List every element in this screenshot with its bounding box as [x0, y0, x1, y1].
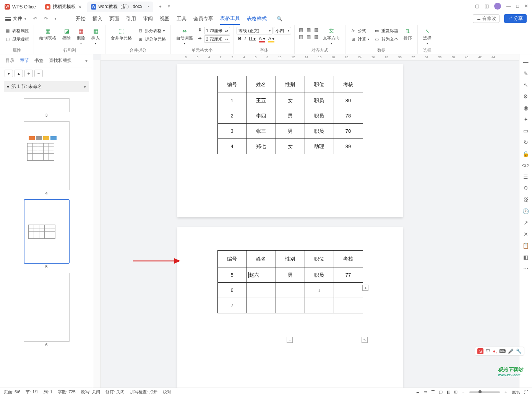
table-cell[interactable]: 王五	[247, 93, 276, 108]
refresh-icon[interactable]: ↻	[524, 139, 528, 145]
merge-cells-button[interactable]: ⬚合并单元格	[109, 27, 134, 42]
col-width-input[interactable]: 2.72厘米▴▾	[204, 35, 230, 43]
dropdown-icon[interactable]: ▾	[85, 58, 88, 64]
eraser-button[interactable]: ◪擦除	[60, 27, 73, 42]
page-5[interactable]: 编号姓名性别职位考核 5赵六男职员77 6I 7 ＋ ＋ ⤡	[177, 227, 403, 388]
ime-punct-icon[interactable]: ●,	[493, 349, 497, 354]
table-cell[interactable]: 6	[217, 283, 247, 298]
autofit-button[interactable]: ⇔自动调整▾	[174, 27, 195, 46]
select-button[interactable]: ↖选择▾	[421, 27, 434, 46]
zoom-slider[interactable]	[469, 391, 500, 393]
table-cell[interactable]: 考核	[334, 76, 363, 93]
tab-sections[interactable]: 章节	[20, 57, 29, 64]
table-cell[interactable]: 职员	[305, 124, 334, 139]
omega-icon[interactable]: Ω	[524, 185, 527, 191]
thumb-page-4[interactable]	[24, 121, 70, 190]
align-tr[interactable]: ▥	[313, 27, 319, 33]
ime-toolbar[interactable]: S 中 ●, ⌨ 🎤 🔧	[475, 347, 524, 355]
cube-icon[interactable]: ◫	[485, 3, 489, 9]
vertical-ruler[interactable]	[93, 60, 101, 388]
collapse-up-button[interactable]: ▴	[15, 70, 23, 77]
status-spell[interactable]: 拼写检查: 打开	[130, 389, 157, 395]
layout-icon[interactable]: ▢	[475, 3, 479, 9]
tab-app[interactable]: W WPS Office	[1, 2, 40, 12]
settings-icon[interactable]: ⚙	[523, 93, 528, 99]
table-cell[interactable]: 男	[276, 124, 305, 139]
undo-button[interactable]: ↶	[33, 16, 37, 21]
menu-start[interactable]: 开始	[76, 15, 86, 22]
cursor-icon[interactable]: ↖	[524, 82, 528, 88]
fullscreen-icon[interactable]: ⛶	[524, 390, 528, 394]
x-icon[interactable]: ✕	[524, 231, 528, 237]
cloud-icon[interactable]: ☁	[415, 389, 420, 394]
zoom-value[interactable]: 80%	[512, 390, 520, 394]
menu-tools[interactable]: 工具	[177, 15, 187, 22]
table-cell[interactable]: 77	[334, 267, 363, 283]
thumb-page-5[interactable]	[24, 199, 70, 264]
font-color-button[interactable]: A ▾	[259, 36, 265, 42]
status-track[interactable]: 改写: 关闭	[81, 389, 100, 395]
table-cell[interactable]: 郑七	[247, 139, 276, 154]
changes-indicator[interactable]: ☁ 有修改	[473, 14, 500, 23]
view-web-icon[interactable]: ▢	[439, 389, 443, 394]
menu-tabletools[interactable]: 表格工具	[220, 15, 240, 25]
minimize-button[interactable]: —	[506, 3, 511, 9]
globe-icon[interactable]: ◉	[524, 105, 528, 111]
table-cell[interactable]: 1	[217, 93, 247, 108]
resize-handle[interactable]: ⤡	[362, 337, 368, 343]
table-cell[interactable]: 女	[276, 139, 305, 154]
layout-icon[interactable]: ◧	[523, 254, 528, 260]
table-cell[interactable]: 男	[276, 108, 305, 124]
table-cell[interactable]: 姓名	[247, 76, 276, 93]
tab-bookmarks[interactable]: 书签	[34, 57, 44, 64]
more-icon[interactable]: ⋯	[523, 266, 529, 272]
menu-tablestyle[interactable]: 表格样式	[247, 15, 267, 22]
data-table-1[interactable]: 编号姓名性别职位考核 1王五女职员80 2李四男职员78 3张三男职员70 4郑…	[217, 76, 363, 154]
highlight-button[interactable]: A ▾	[268, 36, 275, 42]
table-cell[interactable]: 考核	[334, 251, 363, 267]
lock-icon[interactable]: 🔒	[522, 151, 529, 157]
table-cell[interactable]: 职员	[305, 267, 334, 283]
close-button[interactable]: ✕	[524, 3, 528, 9]
view-print-icon[interactable]: ▭	[423, 389, 427, 394]
sort-button[interactable]: ⇅排序	[401, 27, 414, 42]
row-height-input[interactable]: 1.73厘米▴▾	[204, 27, 230, 34]
collapse-down-button[interactable]: ▾	[5, 70, 13, 77]
split-cell-button[interactable]: ⊞拆分单元格	[136, 35, 167, 43]
table-cell[interactable]: 职位	[305, 251, 334, 267]
table-props-button[interactable]: ▦表格属性	[3, 27, 31, 34]
link-icon[interactable]: ⛓	[523, 197, 529, 203]
table-cell[interactable]	[276, 298, 305, 313]
tab-dropdown[interactable]: ▾	[168, 3, 170, 9]
clock-icon[interactable]: 🕐	[522, 208, 529, 214]
table-cell[interactable]	[334, 298, 363, 313]
align-mr[interactable]: ▥	[313, 34, 319, 40]
clipboard-icon[interactable]: 📋	[522, 243, 529, 249]
maximize-button[interactable]: □	[516, 3, 519, 9]
menu-member[interactable]: 会员专享	[193, 15, 213, 22]
tab-template[interactable]: ◆ 找稻壳模板 ✕	[41, 2, 86, 12]
table-cell[interactable]: 3	[217, 124, 247, 139]
status-words[interactable]: 字数: 725	[58, 389, 75, 395]
align-mc[interactable]: ▦	[305, 34, 311, 40]
view-outline-icon[interactable]: ◧	[446, 389, 450, 394]
table-cell[interactable]: 4	[217, 139, 247, 154]
table-cell[interactable]: 性别	[276, 251, 305, 267]
zoom-in-button[interactable]: ＋	[504, 389, 508, 395]
table-cell[interactable]: 职位	[305, 76, 334, 93]
table-cell[interactable]: 女	[276, 93, 305, 108]
status-revise[interactable]: 修订: 关闭	[105, 389, 125, 395]
tab-document[interactable]: W word教程（新）.docx •	[87, 2, 153, 12]
table-cell[interactable]: 编号	[217, 251, 247, 267]
share-button[interactable]: ↗ 分享	[504, 14, 527, 23]
delete-button[interactable]: ▦删除▾	[75, 27, 88, 46]
table-cell[interactable]: 姓名	[247, 251, 276, 267]
align-tl[interactable]: ▤	[298, 27, 304, 33]
fontsize-select[interactable]: 小四▾	[274, 27, 291, 34]
zoom-out-button[interactable]: －	[461, 389, 466, 395]
list-icon[interactable]: ☰	[523, 174, 528, 180]
table-cell[interactable]: 78	[334, 108, 363, 124]
font-select[interactable]: 等线 (正文)▾	[237, 27, 272, 34]
text-direction-button[interactable]: 文文字方向▾	[321, 27, 342, 46]
ime-keyboard-icon[interactable]: ⌨	[499, 349, 506, 354]
